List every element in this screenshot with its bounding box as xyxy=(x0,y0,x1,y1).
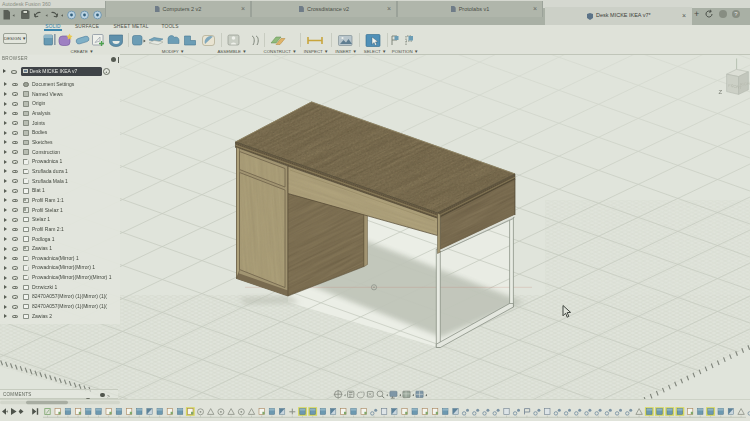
svg-text:Z: Z xyxy=(719,89,723,95)
